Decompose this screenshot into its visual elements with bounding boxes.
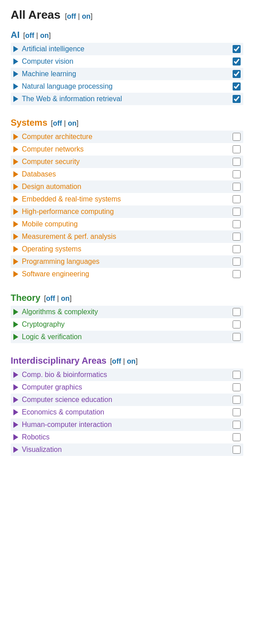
section-off-theory[interactable]: off	[46, 295, 55, 302]
area-label: Embedded & real-time systems	[22, 195, 121, 203]
expand-triangle-icon[interactable]	[13, 96, 18, 102]
area-label: Human-computer interaction	[22, 421, 112, 429]
section-toggle-ai[interactable]: [off | on]	[23, 32, 51, 40]
area-checkbox[interactable]	[233, 320, 241, 328]
area-label: Mobile computing	[22, 220, 78, 228]
area-checkbox[interactable]	[233, 57, 241, 66]
expand-triangle-icon[interactable]	[13, 271, 18, 277]
list-item: Natural language processing	[11, 80, 243, 93]
area-checkbox[interactable]	[233, 270, 241, 278]
section-toggle-theory[interactable]: [off | on]	[44, 295, 72, 303]
section-toggle-systems[interactable]: [off | on]	[51, 119, 78, 127]
expand-triangle-icon[interactable]	[13, 334, 18, 340]
expand-triangle-icon[interactable]	[13, 58, 18, 65]
section-header-systems: Systems [off | on]	[11, 118, 243, 128]
list-item: Economics & computation	[11, 406, 243, 418]
expand-triangle-icon[interactable]	[13, 196, 18, 202]
expand-triangle-icon[interactable]	[13, 146, 18, 152]
area-label: Cryptography	[22, 320, 65, 328]
list-item: Machine learning	[11, 68, 243, 80]
area-label: Visualization	[22, 446, 62, 454]
expand-triangle-icon[interactable]	[13, 209, 18, 215]
section-label-ai: AI	[11, 30, 20, 40]
expand-triangle-icon[interactable]	[13, 309, 18, 315]
area-checkbox[interactable]	[233, 258, 241, 266]
section-header-interdisciplinary: Interdisciplinary Areas [off | on]	[11, 356, 243, 366]
area-checkbox[interactable]	[233, 233, 241, 241]
area-checkbox[interactable]	[233, 45, 241, 53]
area-checkbox[interactable]	[233, 183, 241, 191]
section-header-theory: Theory [off | on]	[11, 293, 243, 303]
area-checkbox[interactable]	[233, 95, 241, 103]
area-label: Computer security	[22, 158, 80, 166]
area-label: High-performance computing	[22, 208, 114, 216]
all-areas-toggle[interactable]: [off | on]	[65, 12, 93, 21]
expand-triangle-icon[interactable]	[13, 409, 18, 415]
area-checkbox[interactable]	[233, 446, 241, 454]
area-label: Computer networks	[22, 145, 84, 153]
list-item: Human-computer interaction	[11, 418, 243, 431]
list-item: Logic & verification	[11, 331, 243, 343]
area-checkbox[interactable]	[233, 220, 241, 228]
expand-triangle-icon[interactable]	[13, 447, 18, 453]
area-label: Software engineering	[22, 270, 89, 278]
section-on-theory[interactable]: on	[61, 295, 70, 302]
area-label: Operating systems	[22, 245, 81, 253]
section-toggle-interdisciplinary[interactable]: [off | on]	[110, 357, 138, 365]
all-areas-off-link[interactable]: off	[67, 12, 76, 20]
section-off-ai[interactable]: off	[25, 32, 34, 39]
expand-triangle-icon[interactable]	[13, 384, 18, 390]
area-label: Programming languages	[22, 258, 99, 266]
area-list-interdisciplinary: Comp. bio & bioinformaticsComputer graph…	[11, 369, 243, 456]
area-checkbox[interactable]	[233, 383, 241, 391]
list-item: Robotics	[11, 431, 243, 443]
list-item: Operating systems	[11, 243, 243, 255]
area-checkbox[interactable]	[233, 396, 241, 404]
expand-triangle-icon[interactable]	[13, 422, 18, 428]
title-text: All Areas	[11, 8, 61, 22]
area-checkbox[interactable]	[233, 333, 241, 341]
all-areas-on-link[interactable]: on	[82, 12, 91, 20]
expand-triangle-icon[interactable]	[13, 234, 18, 240]
area-checkbox[interactable]	[233, 245, 241, 253]
area-checkbox[interactable]	[233, 421, 241, 429]
area-checkbox[interactable]	[233, 308, 241, 316]
expand-triangle-icon[interactable]	[13, 184, 18, 190]
area-checkbox[interactable]	[233, 208, 241, 216]
expand-triangle-icon[interactable]	[13, 221, 18, 227]
section-on-systems[interactable]: on	[68, 119, 77, 127]
area-checkbox[interactable]	[233, 408, 241, 416]
area-checkbox[interactable]	[233, 170, 241, 178]
list-item: Cryptography	[11, 318, 243, 331]
list-item: Measurement & perf. analysis	[11, 230, 243, 243]
expand-triangle-icon[interactable]	[13, 134, 18, 140]
expand-triangle-icon[interactable]	[13, 258, 18, 265]
section-on-interdisciplinary[interactable]: on	[127, 357, 136, 365]
expand-triangle-icon[interactable]	[13, 159, 18, 165]
expand-triangle-icon[interactable]	[13, 321, 18, 328]
area-checkbox[interactable]	[233, 82, 241, 90]
list-item: High-performance computing	[11, 205, 243, 218]
sections-container: AI [off | on]Artificial intelligenceComp…	[11, 30, 243, 460]
expand-triangle-icon[interactable]	[13, 397, 18, 403]
area-checkbox[interactable]	[233, 433, 241, 441]
expand-triangle-icon[interactable]	[13, 46, 18, 52]
section-off-interdisciplinary[interactable]: off	[112, 357, 121, 365]
expand-triangle-icon[interactable]	[13, 171, 18, 177]
area-checkbox[interactable]	[233, 70, 241, 78]
list-item: Computer graphics	[11, 381, 243, 394]
area-checkbox[interactable]	[233, 133, 241, 141]
area-checkbox[interactable]	[233, 158, 241, 166]
expand-triangle-icon[interactable]	[13, 71, 18, 77]
expand-triangle-icon[interactable]	[13, 372, 18, 378]
area-checkbox[interactable]	[233, 371, 241, 379]
area-label: Computer architecture	[22, 133, 92, 141]
section-off-systems[interactable]: off	[53, 119, 62, 127]
area-checkbox[interactable]	[233, 195, 241, 203]
list-item: Computer vision	[11, 55, 243, 68]
expand-triangle-icon[interactable]	[13, 246, 18, 252]
expand-triangle-icon[interactable]	[13, 83, 18, 90]
expand-triangle-icon[interactable]	[13, 434, 18, 440]
section-on-ai[interactable]: on	[40, 32, 49, 39]
area-checkbox[interactable]	[233, 145, 241, 153]
